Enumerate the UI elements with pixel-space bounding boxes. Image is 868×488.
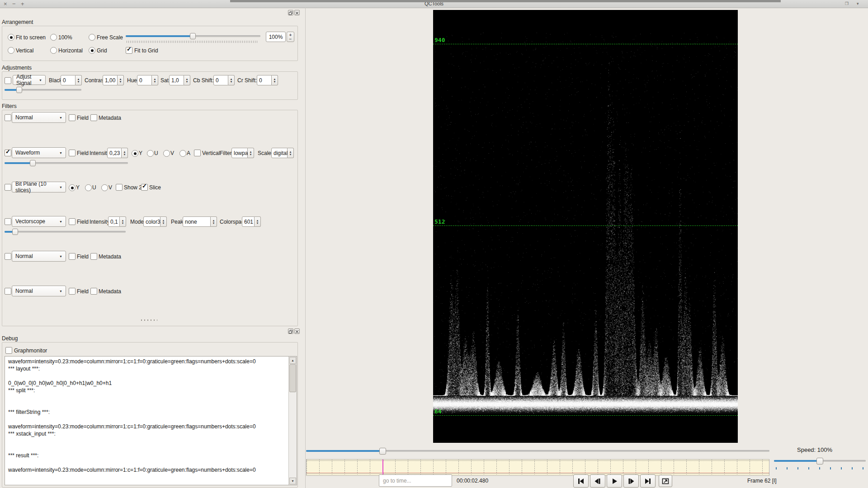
panel-splitter-handle[interactable] [141,319,157,321]
hue-spin-arrows[interactable]: ▲▼ [152,75,158,85]
waveform-channel-v-radio[interactable] [163,150,170,157]
panel-float-button[interactable] [288,10,293,15]
vectorscope-opacity-slider[interactable] [5,229,126,235]
window-restore-icon[interactable]: ❐ [845,0,849,8]
bitplane-channel-u-radio[interactable] [85,184,92,191]
filter-row6-enable-checkbox[interactable] [5,288,11,295]
adjust-signal-checkbox[interactable] [5,77,11,84]
cb-shift-value[interactable]: 0 [213,75,228,85]
next-frame-button[interactable] [623,474,639,488]
bitplane-channel-y-radio[interactable] [69,184,75,191]
waveform-filter-spinbox[interactable]: lowpass ▲▼ [231,148,254,158]
filter-row3-type-dropdown[interactable]: Bit Plane (10 slices) ▼ [12,182,66,192]
zoom-stepper[interactable]: + − [287,32,294,42]
spin-down-icon[interactable]: ▼ [256,222,259,225]
spin-down-icon[interactable]: ▼ [289,153,292,156]
filter-row5-enable-checkbox[interactable] [5,253,11,260]
spin-down-icon[interactable]: ▼ [154,80,156,83]
filter-row2-enable-checkbox[interactable]: ✓ [5,150,11,156]
debug-log-scrollbar[interactable]: ▲ ▼ [288,357,297,485]
waveform-intensity-spinbox[interactable]: 0,23 ▲▼ [107,148,128,158]
filter-row5-metadata-checkbox[interactable] [90,253,97,260]
spin-down-icon[interactable]: ▼ [122,222,124,225]
filter-row1-enable-checkbox[interactable] [5,114,11,121]
adjustments-slider-handle[interactable] [16,87,22,93]
spin-down-icon[interactable]: ▼ [274,80,276,83]
vectorscope-intensity-arrows[interactable]: ▲▼ [120,216,126,227]
hue-value[interactable]: 0 [137,75,152,85]
grid-radio[interactable] [89,47,95,54]
filter-row5-field-checkbox[interactable] [69,253,75,260]
window-menu-icon[interactable]: ▾ [857,0,859,8]
zoom-decrease-icon[interactable]: − [289,37,292,41]
graphmonitor-checkbox[interactable] [5,347,12,354]
open-in-new-window-button[interactable] [659,475,672,487]
adjust-signal-dropdown[interactable]: Adjust Signal ▼ [13,75,46,85]
black-spin-arrows[interactable]: ▲▼ [75,75,82,85]
speed-slider[interactable] [774,458,866,465]
waveform-intensity-value[interactable]: 0,23 [107,148,122,158]
filter-row4-field-checkbox[interactable] [69,218,75,225]
waveform-channel-u-radio[interactable] [147,150,154,157]
vectorscope-colorspace-value[interactable]: 601 [242,216,255,227]
cr-shift-value[interactable]: 0 [257,75,272,85]
filter-row6-field-checkbox[interactable] [69,288,75,295]
vectorscope-colorspace-arrows[interactable]: ▲▼ [255,216,261,227]
zoom-slider[interactable] [126,33,260,39]
bitplane-slice-checkbox[interactable]: ✓ [141,184,148,191]
waveform-vertical-checkbox[interactable] [194,150,201,156]
filter-row4-type-dropdown[interactable]: Vectorscope ▼ [12,216,66,227]
spin-down-icon[interactable]: ▼ [230,80,233,83]
filter-row4-enable-checkbox[interactable] [5,218,11,225]
spin-down-icon[interactable]: ▼ [186,80,189,83]
debug-close-button[interactable] [294,328,300,334]
sat-spinbox[interactable]: 1,0 ▲▼ [169,75,190,85]
playback-progress-slider[interactable] [306,448,769,455]
contrast-value[interactable]: 1,00 [103,75,118,85]
debug-log-box[interactable]: waveform=intensity=0.23:mode=column:mirr… [5,356,297,485]
waveform-opacity-handle[interactable] [30,160,36,166]
filter-row1-field-checkbox[interactable] [69,114,75,121]
sat-spin-arrows[interactable]: ▲▼ [184,75,190,85]
scroll-down-button[interactable]: ▼ [289,478,296,484]
horizontal-radio[interactable] [50,47,57,54]
previous-frame-button[interactable] [590,474,605,488]
waveform-channel-a-radio[interactable] [179,150,186,157]
vectorscope-intensity-value[interactable]: 0,1 [108,216,120,227]
spin-down-icon[interactable]: ▼ [123,153,126,156]
waveform-scale-spinbox[interactable]: digital ▲▼ [271,148,294,158]
waveform-opacity-slider[interactable] [5,160,128,166]
filter-row2-field-checkbox[interactable] [69,150,75,156]
contrast-spin-arrows[interactable]: ▲▼ [118,75,124,85]
free-scale-radio[interactable] [89,34,95,41]
spin-down-icon[interactable]: ▼ [250,153,252,156]
vectorscope-intensity-spinbox[interactable]: 0,1 ▲▼ [108,216,126,227]
seek-end-button[interactable] [640,474,656,488]
play-button[interactable] [607,474,622,488]
waveform-filter-value[interactable]: lowpass [231,148,248,158]
vectorscope-opacity-groove[interactable] [5,231,126,233]
waveform-scale-arrows[interactable]: ▲▼ [288,148,294,158]
vectorscope-mode-spinbox[interactable]: color3 ▲▼ [143,216,167,227]
zoom-value-field[interactable]: 100% [266,32,286,42]
vectorscope-mode-arrows[interactable]: ▲▼ [160,216,167,227]
fit-to-grid-checkbox[interactable]: ✓ [126,47,132,54]
black-spinbox[interactable]: 0 ▲▼ [61,75,82,85]
cb-shift-spinbox[interactable]: 0 ▲▼ [213,75,235,85]
spin-down-icon[interactable]: ▼ [162,222,165,225]
contrast-spinbox[interactable]: 1,00 ▲▼ [103,75,124,85]
adjustments-slider[interactable] [5,87,81,93]
vectorscope-mode-value[interactable]: color3 [143,216,160,227]
filter-row3-enable-checkbox[interactable] [5,184,11,191]
vectorscope-colorspace-spinbox[interactable]: 601 ▲▼ [242,216,261,227]
scrollbar-thumb[interactable] [289,364,296,392]
bitplane-channel-v-radio[interactable] [101,184,108,191]
filter-row6-metadata-checkbox[interactable] [90,288,97,295]
spin-down-icon[interactable]: ▼ [212,222,215,225]
vectorscope-peak-value[interactable]: none [183,216,211,227]
spin-down-icon[interactable]: ▼ [77,80,80,83]
cr-shift-spinbox[interactable]: 0 ▲▼ [257,75,278,85]
cb-shift-spin-arrows[interactable]: ▲▼ [228,75,235,85]
seek-start-button[interactable] [573,474,589,488]
timeline-playhead[interactable] [382,460,383,475]
